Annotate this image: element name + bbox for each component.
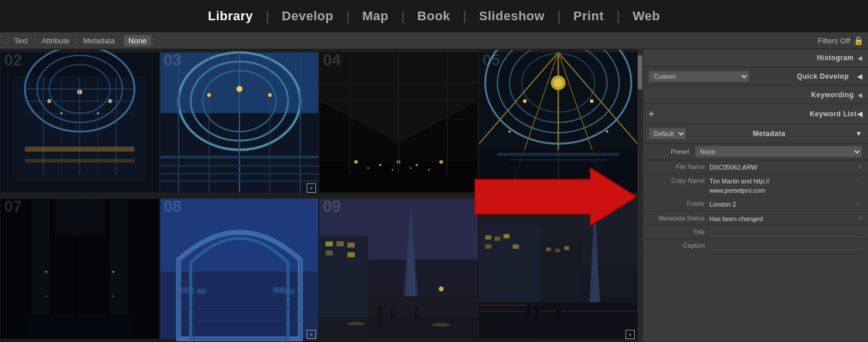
copyname-row: Copy Name Tim Martin and http:// www.pre… [643,174,868,197]
svg-point-121 [432,323,451,326]
folder-row: Folder London 2 → [643,197,868,211]
grid-scrollbar[interactable] [638,49,642,342]
cell-number-09: 09 [323,198,341,215]
cell-number-10: 10 [483,198,501,215]
svg-point-139 [556,306,560,319]
quick-develop-label: Quick Develop [754,72,849,80]
folder-label: Folder [649,199,709,207]
keyword-list-label: Keyword List [810,110,856,118]
filter-bar: : Text : Attribute : Metadata : None : F… [0,32,868,49]
keyword-list-plus[interactable]: + [649,109,654,119]
nav-develop[interactable]: Develop [269,9,346,24]
copyname-icon[interactable]: → [856,176,862,184]
svg-rect-20 [25,159,134,163]
metadata-header: Default Metadata ▼ [643,124,868,144]
scrollbar-thumb[interactable] [638,55,642,90]
add-to-stack-icon-08[interactable]: + [307,330,316,339]
filename-value: DSC05062.ARW [709,162,856,172]
svg-rect-114 [326,251,333,255]
nav-map[interactable]: Map [350,9,402,24]
lock-icon[interactable]: 🔒 [854,36,863,45]
grid-cell-04[interactable]: 04 [319,49,479,196]
cell-number-02: 02 [4,52,22,68]
add-to-stack-icon-03[interactable]: + [307,183,316,193]
photo-02 [1,50,159,195]
svg-rect-35 [160,156,319,158]
nav-book[interactable]: Book [404,9,463,24]
keyword-list-triangle: ◀ [857,110,863,118]
caption-row: Caption [643,239,868,252]
caption-value[interactable] [709,241,862,250]
svg-rect-37 [160,173,319,175]
svg-rect-111 [326,241,333,246]
grid-cell-08[interactable]: 08 [160,196,319,342]
svg-rect-112 [336,241,344,246]
svg-point-32 [236,86,242,92]
filter-none[interactable]: None [124,35,151,46]
filter-metadata[interactable]: Metadata [79,35,119,46]
metadata-label: Metadata [753,130,785,138]
svg-rect-132 [546,248,550,251]
photo-09 [319,196,478,341]
histogram-section: Histogram ◀ [643,49,868,67]
histogram-header[interactable]: Histogram ◀ [643,49,868,67]
svg-point-71 [508,130,510,133]
grid-cell-03[interactable]: 03 [160,49,319,196]
keyword-list-header[interactable]: + Keyword List ◀ [643,104,868,124]
nav-web[interactable]: Web [620,9,673,24]
keyword-list-section: + Keyword List ◀ [643,104,868,124]
metadata-view-select[interactable]: Default [649,128,686,139]
svg-rect-100 [197,289,206,293]
svg-rect-113 [347,242,355,247]
filter-attribute[interactable]: Attribute [37,35,74,46]
svg-point-80 [45,271,47,273]
metadata-header-left: Default [649,128,686,139]
nav-print[interactable]: Print [561,9,617,24]
svg-point-72 [605,130,608,133]
filter-text[interactable]: Text [9,35,32,46]
metadata-status-icon[interactable]: ≡ [859,214,862,222]
folder-value: London 2 [709,199,854,209]
svg-rect-90 [160,199,319,272]
svg-rect-38 [160,180,319,182]
grid-cell-09[interactable]: 09 [319,196,479,342]
photo-07 [1,196,159,341]
metadata-status-value: Has been changed [709,214,856,223]
quick-develop-preset-select[interactable]: Custom [649,71,749,82]
nav-library[interactable]: Library [195,9,266,24]
photo-05 [479,50,638,195]
svg-point-49 [410,167,411,169]
filter-div-3: : [75,36,78,45]
quick-develop-row: Custom Quick Develop ◀ [643,67,868,86]
svg-rect-127 [485,236,491,240]
svg-point-81 [112,271,115,273]
cell-number-03: 03 [164,52,182,68]
preset-select[interactable]: None [695,146,862,157]
filter-div-1: : [6,36,8,45]
title-value[interactable] [709,227,862,237]
filename-icon[interactable]: ≡ [859,162,862,170]
svg-point-69 [523,100,526,103]
grid-cell-07[interactable]: 07 [0,196,160,342]
photo-10 [479,196,638,341]
grid-cell-02[interactable]: 02 [0,49,160,196]
svg-point-33 [207,93,210,97]
svg-point-138 [535,307,538,319]
photo-03 [160,50,319,195]
add-to-stack-icon-10[interactable]: + [626,330,635,339]
svg-point-120 [347,322,365,325]
svg-point-43 [379,164,381,166]
filename-row: File Name DSC05062.ARW ≡ [643,160,868,174]
svg-point-68 [554,79,562,87]
keywording-label: Keywording [811,91,854,99]
quick-develop-section: Custom Quick Develop ◀ [643,67,868,86]
svg-rect-73 [479,150,638,193]
keywording-header[interactable]: Keywording ◀ [643,86,868,104]
svg-point-47 [367,167,369,169]
grid-row-2: 07 [0,196,638,342]
folder-icon[interactable]: → [856,199,862,207]
nav-slideshow[interactable]: Slideshow [466,9,557,24]
keywording-section: Keywording ◀ [643,86,868,104]
grid-cell-05[interactable]: 05 [479,49,638,196]
grid-cell-10[interactable]: 10 [479,196,638,342]
